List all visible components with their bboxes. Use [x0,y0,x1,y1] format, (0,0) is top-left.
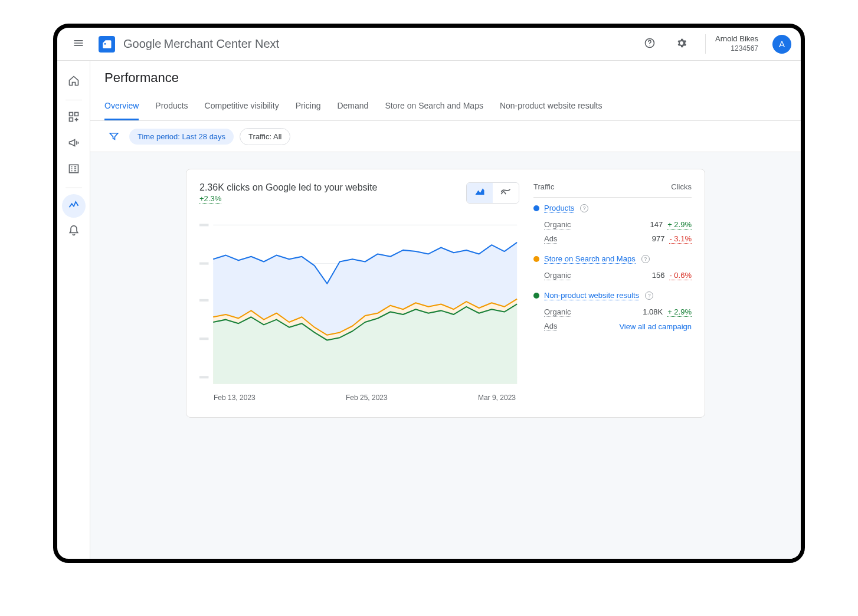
legend-row-label: Ads [544,322,557,331]
svg-rect-13 [199,338,208,340]
legend-row-value: 1.08K+ 2.9% [643,307,692,317]
device-frame: Google Merchant Center Next Arnold Bikes… [53,24,805,563]
xtick: Feb 25, 2023 [346,394,388,402]
toggle-line-chart[interactable] [493,183,519,203]
legend-delta: + 2.9% [667,220,692,230]
nav-performance[interactable] [62,194,86,218]
help-icon[interactable]: ? [641,255,650,263]
avatar[interactable]: A [772,35,791,54]
nav-notifications[interactable] [62,220,86,244]
multiline-chart-icon [500,186,512,200]
xtick: Feb 13, 2023 [214,394,256,402]
nav-products[interactable] [62,106,86,130]
legend-row: Ads977- 3.1% [533,232,692,246]
help-icon [644,37,656,51]
main: Performance OverviewProductsCompetitive … [90,61,801,559]
card-left: 2.36K clicks on Google led to your websi… [199,182,519,402]
megaphone-icon [68,137,80,151]
svg-rect-3 [74,113,78,116]
legend-panel: Traffic Clicks Products?Organic147+ 2.9%… [533,182,692,402]
nav-home[interactable] [62,70,86,94]
svg-rect-9 [199,263,208,265]
content-area: 2.36K clicks on Google led to your websi… [90,152,801,559]
svg-point-1 [650,45,650,46]
svg-rect-2 [69,113,73,116]
legend-title-row: Non-product website results? [533,291,692,300]
legend-row-value: 147+ 2.9% [650,220,692,230]
tabs: OverviewProductsCompetitive visibilityPr… [90,93,801,121]
svg-rect-15 [199,376,208,378]
top-bar: Google Merchant Center Next Arnold Bikes… [57,28,801,61]
xtick: Mar 9, 2023 [478,394,516,402]
legend-header: Traffic Clicks [533,182,692,198]
tab-products[interactable]: Products [155,93,188,120]
x-axis-ticks: Feb 13, 2023 Feb 25, 2023 Mar 9, 2023 [199,394,519,402]
legend-row-label: Organic [544,220,571,230]
brand-title: Google Merchant Center Next [123,37,279,51]
tab-store-on-search-and-maps[interactable]: Store on Search and Maps [385,93,483,120]
legend-dot [533,256,539,262]
legend-row: Organic156- 0.6% [533,268,692,283]
legend-title-link[interactable]: Non-product website results [544,291,639,300]
legend-title-link[interactable]: Products [544,204,574,213]
chart: Feb 13, 2023 Feb 25, 2023 Mar 9, 2023 [199,213,519,402]
legend-group: Store on Search and Maps?Organic156- 0.6… [533,254,692,283]
svg-rect-5 [69,165,78,172]
svg-rect-11 [199,299,208,302]
tab-competitive-visibility[interactable]: Competitive visibility [205,93,279,120]
help-icon[interactable]: ? [645,291,653,300]
legend-value: 156 [652,271,665,280]
page-title: Performance [104,70,787,86]
filter-icon[interactable] [104,127,123,146]
account-info: Arnold Bikes 1234567 [705,34,758,53]
tab-non-product-website-results[interactable]: Non-product website results [500,93,602,120]
legend-row: Organic147+ 2.9% [533,218,692,232]
account-name: Arnold Bikes [715,34,758,44]
legend-delta: + 2.9% [667,307,692,317]
chip-time-period[interactable]: Time period: Last 28 days [129,129,234,145]
page-head: Performance [90,61,801,86]
help-button[interactable] [638,32,661,56]
legend-group: Non-product website results?Organic1.08K… [533,291,692,333]
legend-col-clicks: Clicks [671,182,692,191]
building-icon [68,163,80,177]
nav-marketing[interactable] [62,132,86,156]
legend-dot [533,293,539,299]
menu-button[interactable] [67,32,90,56]
legend-row: AdsView all ad campaign [533,319,692,333]
legend-row-label: Organic [544,307,571,317]
legend-col-traffic: Traffic [533,182,554,191]
tab-overview[interactable]: Overview [104,93,139,120]
card-delta: +2.3% [199,194,221,204]
tab-pricing[interactable]: Pricing [296,93,321,120]
bell-icon [68,225,80,239]
legend-title-link[interactable]: Store on Search and Maps [544,254,636,264]
avatar-initial: A [779,39,785,49]
brand-strong: Google [123,37,162,51]
chart-type-toggle [466,182,519,204]
legend-title-row: Products? [533,204,692,213]
chip-traffic[interactable]: Traffic: All [240,128,290,145]
analytics-icon [68,199,80,213]
body: Performance OverviewProductsCompetitive … [57,61,801,559]
tab-demand[interactable]: Demand [337,93,368,120]
nav-business[interactable] [62,158,86,182]
account-id: 1234567 [715,44,758,54]
legend-row-value: 156- 0.6% [652,271,692,280]
svg-rect-4 [69,118,73,122]
legend-row-label: Organic [544,271,571,280]
view-all-link[interactable]: View all ad campaign [619,322,692,331]
hamburger-icon [73,37,84,51]
gear-icon [676,37,687,51]
legend-row: Organic1.08K+ 2.9% [533,305,692,319]
help-icon[interactable]: ? [580,204,588,212]
settings-button[interactable] [670,32,693,56]
area-chart-icon [474,186,486,200]
toggle-area-chart[interactable] [467,183,493,203]
left-nav [57,61,90,559]
home-icon [68,75,80,89]
legend-delta: - 0.6% [669,271,692,280]
card-title: 2.36K clicks on Google led to your websi… [199,182,378,193]
svg-rect-7 [199,224,208,226]
legend-title-row: Store on Search and Maps? [533,254,692,264]
